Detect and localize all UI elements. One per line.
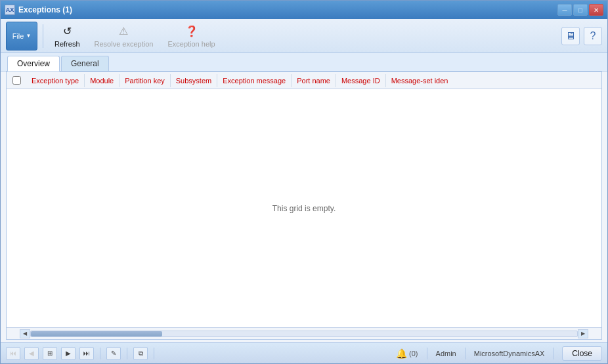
nav-prev-button[interactable]: ◀ — [24, 347, 39, 360]
status-right: 🔔 (0) Admin MicrosoftDynamicsAX Close — [396, 346, 602, 361]
main-window: AX Exceptions (1) ─ □ ✕ File ▼ ↺ Refresh… — [0, 0, 608, 364]
close-button[interactable]: Close — [562, 346, 602, 361]
nav-separator-2 — [127, 348, 127, 359]
content-wrapper: Exception type Module Partition key Subs… — [1, 71, 607, 342]
file-label: File — [12, 32, 24, 40]
toolbar-separator-1 — [43, 24, 43, 48]
bell-icon: 🔔 — [396, 348, 407, 359]
col-subsystem[interactable]: Subsystem — [171, 74, 217, 87]
notification-badge[interactable]: 🔔 (0) — [396, 348, 418, 359]
status-separator-3 — [553, 348, 554, 359]
nav-last-button[interactable]: ⏭ — [79, 347, 94, 360]
tabs-bar: Overview General — [1, 53, 607, 71]
nav-copy-button[interactable]: ⧉ — [133, 347, 148, 360]
select-all-input[interactable] — [12, 76, 21, 85]
scrollbar-track[interactable] — [30, 331, 578, 337]
grid-container: Exception type Module Partition key Subs… — [7, 72, 601, 327]
content-area: Exception type Module Partition key Subs… — [6, 71, 602, 340]
scroll-left-arrow[interactable]: ◀ — [20, 329, 30, 338]
window-title: Exceptions (1) — [18, 5, 72, 14]
nav-edit-button[interactable]: ✎ — [106, 347, 121, 360]
exception-help-icon: ❓ — [185, 24, 199, 39]
select-all-checkbox[interactable] — [7, 76, 26, 85]
title-bar: AX Exceptions (1) ─ □ ✕ — [1, 1, 607, 19]
status-separator-2 — [465, 348, 466, 359]
status-separator-1 — [427, 348, 427, 359]
exception-help-label: Exception help — [167, 40, 215, 48]
col-port-name[interactable]: Port name — [292, 74, 336, 87]
grid-header: Exception type Module Partition key Subs… — [7, 72, 601, 89]
col-module[interactable]: Module — [85, 74, 119, 87]
file-button[interactable]: File ▼ — [6, 22, 37, 51]
status-company: MicrosoftDynamicsAX — [474, 350, 545, 357]
col-partition-key[interactable]: Partition key — [119, 74, 171, 87]
help-icon-button[interactable]: ? — [584, 27, 602, 45]
app-icon: AX — [5, 5, 15, 15]
toolbar: File ▼ ↺ Refresh ⚠ Resolve exception ❓ E… — [1, 19, 607, 53]
status-user: Admin — [436, 350, 456, 357]
empty-grid-message: This grid is empty. — [272, 204, 336, 213]
toolbar-right: 🖥 ? — [561, 27, 602, 45]
resolve-exception-button[interactable]: ⚠ Resolve exception — [89, 22, 160, 51]
notification-count: (0) — [409, 350, 418, 357]
monitor-icon-button[interactable]: 🖥 — [561, 27, 580, 45]
scroll-right-arrow[interactable]: ▶ — [578, 329, 588, 338]
grid-body: This grid is empty. — [7, 89, 601, 327]
nav-next-button[interactable]: ▶ — [61, 347, 76, 360]
minimize-button[interactable]: ─ — [557, 4, 572, 16]
close-window-button[interactable]: ✕ — [589, 4, 603, 16]
refresh-icon: ↺ — [60, 24, 74, 39]
title-bar-left: AX Exceptions (1) — [5, 5, 72, 15]
tab-general[interactable]: General — [61, 56, 109, 71]
resolve-icon: ⚠ — [116, 24, 131, 39]
status-bar: ⏮ ◀ ⊞ ▶ ⏭ ✎ ⧉ 🔔 (0) Admin MicrosoftDynam… — [1, 342, 607, 363]
refresh-button[interactable]: ↺ Refresh — [49, 22, 86, 51]
file-chevron-icon: ▼ — [26, 33, 31, 39]
nav-separator-3 — [154, 348, 154, 359]
maximize-button[interactable]: □ — [573, 4, 588, 16]
exception-help-button[interactable]: ❓ Exception help — [162, 22, 221, 51]
col-exception-message[interactable]: Exception message — [217, 74, 292, 87]
nav-separator-1 — [100, 348, 100, 359]
title-bar-buttons: ─ □ ✕ — [557, 4, 603, 16]
refresh-label: Refresh — [54, 40, 80, 48]
col-message-set-iden[interactable]: Message-set iden — [386, 74, 601, 87]
scrollbar-thumb[interactable] — [31, 331, 162, 336]
horizontal-scrollbar[interactable]: ◀ ▶ — [7, 327, 601, 339]
col-message-id[interactable]: Message ID — [336, 74, 386, 87]
tab-overview[interactable]: Overview — [7, 56, 60, 71]
resolve-label: Resolve exception — [95, 40, 154, 48]
nav-grid-button[interactable]: ⊞ — [43, 347, 57, 360]
col-exception-type[interactable]: Exception type — [26, 74, 85, 87]
nav-first-button[interactable]: ⏮ — [6, 347, 20, 360]
